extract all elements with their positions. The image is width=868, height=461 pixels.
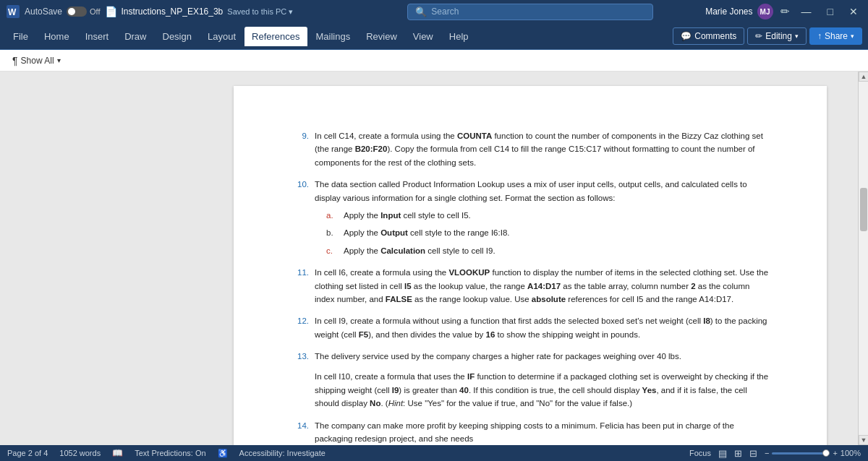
scrollbar-thumb[interactable]: [860, 188, 867, 231]
bold-text: 40: [459, 386, 469, 395]
tab-layout[interactable]: Layout: [200, 27, 243, 46]
tab-references[interactable]: References: [244, 27, 307, 46]
user-avatar[interactable]: MJ: [757, 4, 773, 20]
zoom-minus-button[interactable]: −: [765, 449, 769, 457]
comments-button[interactable]: 💬 Comments: [673, 27, 744, 45]
toggle-off-label: Off: [90, 7, 100, 16]
item-number: 14.: [292, 419, 309, 445]
share-icon: ↑: [817, 31, 822, 41]
item-body: In cell I9, create a formula without usi…: [315, 314, 769, 341]
title-bar-search: 🔍: [356, 4, 706, 20]
autosave-label: AutoSave: [25, 7, 62, 17]
bold-text: F5: [359, 330, 368, 339]
italic-text: Hint: [388, 399, 403, 408]
tab-draw[interactable]: Draw: [117, 27, 153, 46]
sub-body: Apply the Output cell style to the range…: [344, 226, 769, 239]
item-body: The delivery service used by the company…: [315, 350, 769, 410]
tab-design[interactable]: Design: [156, 27, 199, 46]
title-bar-right: Marie Jones MJ ✏ — □ ✕: [705, 4, 862, 20]
tab-review[interactable]: Review: [359, 27, 404, 46]
tab-home[interactable]: Home: [37, 27, 77, 46]
zoom-control: − + 100%: [765, 449, 861, 457]
comments-label: Comments: [694, 31, 736, 41]
editing-button[interactable]: ✏ Editing ▾: [747, 27, 807, 45]
page-info: Page 2 of 4: [7, 449, 48, 457]
sub-label: a.: [326, 209, 338, 222]
tab-help[interactable]: Help: [442, 27, 476, 46]
pilcrow-icon: ¶: [12, 55, 18, 66]
tab-insert[interactable]: Insert: [78, 27, 116, 46]
zoom-slider[interactable]: [772, 452, 830, 454]
share-label: Share: [825, 31, 848, 41]
bold-text: COUNTA: [457, 132, 492, 140]
saved-status[interactable]: Saved to this PC ▾: [227, 7, 293, 17]
zoom-plus-button[interactable]: +: [833, 449, 837, 457]
extra-paragraph: In cell I10, create a formula that uses …: [315, 370, 769, 410]
ribbon: File Home Insert Draw Design Layout Refe…: [0, 23, 868, 50]
sub-item: b. Apply the Output cell style to the ra…: [326, 226, 769, 239]
ribbon-actions: 💬 Comments ✏ Editing ▾ ↑ Share ▾: [673, 27, 862, 45]
autosave-toggle[interactable]: Off: [67, 7, 100, 17]
list-item: 9. In cell C14, create a formula using t…: [292, 129, 769, 169]
item-number: 13.: [292, 350, 309, 410]
toggle-switch[interactable]: [67, 7, 87, 17]
bold-text: FALSE: [386, 295, 412, 303]
accessibility-icon: ♿: [218, 449, 228, 458]
bold-text: I9: [392, 386, 399, 395]
item-body: In cell C14, create a formula using the …: [315, 129, 769, 169]
zoom-thumb[interactable]: [822, 449, 830, 457]
left-margin: [0, 72, 203, 445]
scroll-down-arrow[interactable]: ▼: [859, 435, 868, 445]
sub-item: c. Apply the Calculation cell style to c…: [326, 244, 769, 257]
search-box[interactable]: 🔍: [407, 4, 653, 20]
sub-label: b.: [326, 226, 338, 239]
bold-text: VLOOKUP: [448, 268, 490, 277]
tab-view[interactable]: View: [406, 27, 441, 46]
text-predictions[interactable]: Text Predictions: On: [135, 449, 205, 457]
tab-file[interactable]: File: [6, 27, 35, 46]
list-item: 11. In cell I6, create a formula using t…: [292, 266, 769, 306]
status-bar: Page 2 of 4 1052 words 📖 Text Prediction…: [0, 445, 868, 461]
bold-text: Output: [380, 228, 408, 237]
title-bar-left: W AutoSave Off 📄 Instructions_NP_EX16_3b…: [6, 4, 356, 19]
list-item: 13. The delivery service used by the com…: [292, 350, 769, 410]
bold-text: Calculation: [380, 246, 425, 255]
bold-text: Yes: [642, 386, 657, 395]
content-wrapper[interactable]: 9. In cell C14, create a formula using t…: [203, 72, 858, 445]
share-button[interactable]: ↑ Share ▾: [809, 27, 862, 45]
scrollbar-track: [859, 82, 868, 435]
scroll-up-arrow[interactable]: ▲: [859, 72, 868, 82]
sub-label: c.: [326, 244, 338, 257]
layout-icon-3[interactable]: ⊟: [749, 448, 757, 459]
accessibility-label[interactable]: Accessibility: Investigate: [239, 449, 326, 457]
bold-range: B20:F20: [355, 145, 388, 153]
user-name: Marie Jones: [705, 7, 752, 17]
sub-body: Apply the Input cell style to cell I5.: [344, 209, 769, 222]
language-icon: 📖: [112, 448, 123, 458]
list-item: 10. The data section called Product Info…: [292, 178, 769, 257]
layout-icon-1[interactable]: ▤: [718, 448, 727, 459]
close-button[interactable]: ✕: [845, 6, 862, 17]
sub-item: a. Apply the Input cell style to cell I5…: [326, 209, 769, 222]
minimize-button[interactable]: —: [797, 6, 816, 17]
bold-text: 16: [486, 330, 495, 339]
title-bar: W AutoSave Off 📄 Instructions_NP_EX16_3b…: [0, 0, 868, 23]
show-all-button[interactable]: ¶ Show All ▾: [6, 52, 67, 69]
tab-mailings[interactable]: Mailings: [309, 27, 358, 46]
user-info: Marie Jones MJ: [705, 4, 773, 20]
bold-text: IF: [467, 372, 475, 381]
focus-label[interactable]: Focus: [689, 449, 711, 457]
search-input[interactable]: [431, 7, 645, 17]
search-icon: 🔍: [415, 7, 427, 17]
bold-text: absolute: [532, 295, 566, 303]
status-left: Page 2 of 4 1052 words 📖 Text Prediction…: [7, 448, 678, 458]
doc-name: Instructions_NP_EX16_3b: [122, 7, 224, 17]
ribbon-tabs: File Home Insert Draw Design Layout Refe…: [0, 23, 868, 49]
layout-icon-2[interactable]: ⊞: [734, 448, 742, 459]
maximize-button[interactable]: □: [823, 6, 838, 17]
item-body: In cell I6, create a formula using the V…: [315, 266, 769, 306]
editing-chevron: ▾: [795, 33, 799, 40]
toolbar: ¶ Show All ▾: [0, 50, 868, 72]
bold-text: No: [370, 399, 380, 408]
pen-icon: ✏: [780, 5, 790, 18]
